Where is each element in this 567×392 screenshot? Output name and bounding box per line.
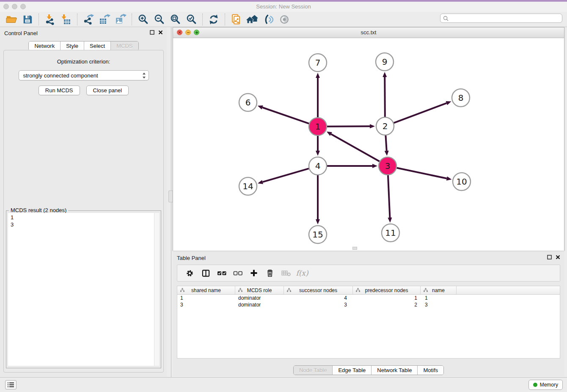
export-image-icon [115, 14, 127, 25]
sort-icon [424, 288, 428, 292]
search-box [440, 14, 562, 23]
graph-node-8[interactable]: 8 [452, 89, 470, 107]
tab-network-table[interactable]: Network Table [372, 366, 418, 375]
tab-select[interactable]: Select [84, 41, 111, 50]
graph-edge-2-3[interactable] [385, 135, 386, 151]
zoom-out-button[interactable] [151, 13, 167, 26]
column-header-successor-nodes[interactable]: successor nodes [284, 286, 353, 294]
table-cell[interactable]: 2 [353, 301, 421, 308]
unselect-all-button[interactable] [231, 266, 245, 280]
table-cell[interactable]: 1 [421, 295, 457, 301]
close-panel-button[interactable]: Close panel [86, 86, 129, 95]
horizontal-splitter-handle[interactable] [352, 247, 357, 250]
table-cell[interactable]: 1 [177, 295, 235, 301]
graph-edge-1-2[interactable] [327, 126, 370, 127]
graph-node-9[interactable]: 9 [376, 53, 394, 71]
gear-icon [186, 269, 194, 277]
toolbar-separator [77, 14, 77, 25]
graph-edge-1-6[interactable] [262, 108, 309, 124]
tab-mcds[interactable]: MCDS [111, 41, 138, 50]
save-session-button[interactable] [19, 13, 36, 26]
column-header-label: predecessor nodes [365, 287, 408, 293]
clone-network-button[interactable] [228, 13, 244, 26]
first-neighbors-button[interactable] [244, 13, 260, 26]
network-view-window: scc.txt 7968124314101511 [173, 27, 564, 251]
table-cell[interactable]: 1 [353, 295, 421, 301]
node-label: 8 [458, 93, 464, 103]
float-panel-icon[interactable] [150, 30, 154, 35]
open-session-button[interactable] [3, 13, 19, 26]
close-panel-icon[interactable] [158, 30, 163, 35]
network-window-titlebar: scc.txt [173, 28, 564, 38]
export-image-button[interactable] [113, 13, 129, 26]
graph-node-10[interactable]: 10 [453, 173, 471, 190]
delete-rows-button[interactable] [263, 266, 277, 280]
node-label: 15 [312, 229, 323, 240]
import-table-button[interactable] [58, 13, 74, 26]
export-table-button[interactable] [96, 13, 113, 26]
table-cell[interactable]: dominator [235, 295, 284, 301]
graph-node-11[interactable]: 11 [382, 224, 399, 242]
tab-edge-table[interactable]: Edge Table [333, 366, 372, 375]
table-cell[interactable]: 4 [284, 295, 353, 301]
graph-edge-3-10[interactable] [397, 168, 447, 179]
tab-network[interactable]: Network [29, 41, 61, 50]
zoom-in-button[interactable] [135, 13, 151, 26]
mcds-result-line: 1 [11, 214, 157, 221]
graph-node-14[interactable]: 14 [239, 177, 257, 195]
float-panel-icon[interactable] [547, 255, 552, 259]
import-network-button[interactable] [42, 13, 58, 26]
mcds-result-box[interactable]: 13 [8, 213, 159, 366]
result-scrollbar[interactable] [154, 213, 159, 366]
hide-graphics-details-button[interactable] [260, 13, 276, 26]
refresh-button[interactable] [206, 13, 222, 26]
graph-node-1[interactable]: 1 [309, 118, 327, 135]
graph-edge-3-11[interactable] [388, 175, 390, 218]
table-cell[interactable]: 3 [284, 301, 353, 308]
graph-node-15[interactable]: 15 [309, 226, 327, 243]
import-network-icon [44, 14, 56, 25]
memory-status-icon [533, 383, 537, 387]
delete-column-icon [281, 270, 291, 277]
run-mcds-button[interactable]: Run MCDS [39, 86, 80, 95]
graph-node-4[interactable]: 4 [309, 157, 327, 175]
control-panel-tabs: NetworkStyleSelectMCDS [28, 41, 138, 51]
table-cell[interactable]: 3 [421, 301, 457, 308]
search-input[interactable] [451, 15, 559, 22]
column-header-MCDS-role[interactable]: MCDS role [235, 286, 284, 294]
graph-node-2[interactable]: 2 [376, 117, 394, 135]
memory-button[interactable]: Memory [528, 380, 563, 390]
table-row[interactable]: 3dominator323 [177, 301, 560, 308]
close-panel-icon[interactable] [556, 255, 560, 259]
graph-edge-3-1[interactable] [331, 134, 379, 162]
tab-node-table[interactable]: Node Table [294, 366, 333, 375]
delete-column-button [279, 266, 293, 280]
network-canvas[interactable]: 7968124314101511 [173, 38, 564, 251]
table-row[interactable]: 1dominator411 [177, 295, 560, 301]
table-settings-button[interactable] [182, 266, 197, 280]
graph-node-3[interactable]: 3 [379, 157, 396, 175]
graph-edge-2-8[interactable] [394, 103, 447, 123]
column-header-predecessor-nodes[interactable]: predecessor nodes [353, 286, 421, 294]
select-all-button[interactable] [215, 266, 229, 280]
optimization-criterion-label: Optimization criterion: [4, 58, 163, 65]
column-header-name[interactable]: name [421, 286, 457, 294]
show-columns-button[interactable] [198, 266, 213, 280]
graph-edge-4-14[interactable] [263, 168, 309, 182]
graph-node-6[interactable]: 6 [239, 94, 257, 111]
table-cell[interactable]: dominator [235, 301, 284, 308]
criterion-select[interactable]: strongly connected component [19, 70, 149, 80]
zoom-selected-button[interactable] [183, 13, 199, 26]
table-cell[interactable]: 3 [177, 301, 235, 308]
export-network-icon [83, 14, 94, 25]
column-header-shared-name[interactable]: shared name [177, 286, 235, 294]
graph-node-7[interactable]: 7 [309, 54, 327, 72]
graph-edge-2-9[interactable] [385, 77, 385, 117]
zoom-fit-button[interactable] [167, 13, 183, 26]
task-history-button[interactable] [5, 380, 17, 389]
column-header-label: name [432, 287, 445, 293]
export-network-button[interactable] [80, 13, 96, 26]
create-column-button[interactable] [247, 266, 261, 280]
tab-style[interactable]: Style [61, 41, 84, 50]
tab-motifs[interactable]: Motifs [418, 366, 443, 375]
